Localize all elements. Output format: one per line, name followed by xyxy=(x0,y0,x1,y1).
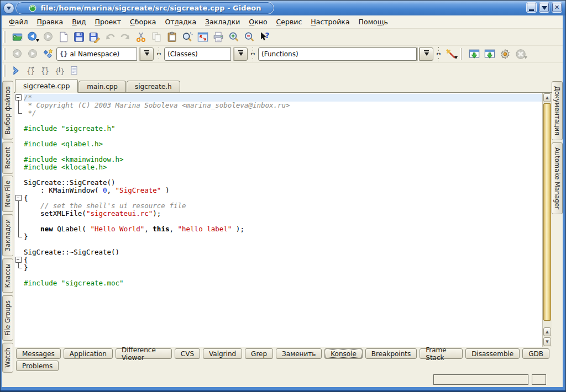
gear-icon[interactable] xyxy=(497,46,513,62)
namespace-combo-dropdown-button[interactable] xyxy=(140,47,154,61)
scroll-up-button-2[interactable]: ▲ xyxy=(543,327,551,336)
maximize-button[interactable] xyxy=(539,2,549,13)
brace-jump-icon[interactable]: {} xyxy=(53,64,67,77)
forward-icon[interactable] xyxy=(40,29,56,45)
bottom-tab-grep[interactable]: Grep xyxy=(245,348,273,359)
dock-tab-watch[interactable]: Watch xyxy=(2,343,13,373)
document-icon[interactable] xyxy=(67,64,81,77)
toolbar-grip[interactable] xyxy=(460,48,465,60)
classes-combo-entry[interactable]: (Classes) xyxy=(164,47,231,61)
dock-tab-documentation[interactable]: Документация xyxy=(552,81,563,140)
toolbar-grip[interactable] xyxy=(3,48,8,60)
redo-icon[interactable] xyxy=(118,29,133,45)
scrollbar-thumb[interactable] xyxy=(543,103,551,321)
bottom-tab-valgrind[interactable]: Valgrind xyxy=(203,348,242,359)
dock-tab-automake-manager[interactable]: Automake Manager xyxy=(552,142,563,214)
bottom-tab-problems[interactable]: Problems xyxy=(16,361,59,371)
cut-icon[interactable] xyxy=(133,29,149,45)
chevron-right-icon[interactable] xyxy=(9,64,24,77)
menu-help[interactable]: Помощь xyxy=(355,16,392,28)
bottom-tab-disassemble[interactable]: Disassemble xyxy=(465,348,520,359)
bottom-tab-application[interactable]: Application xyxy=(64,348,113,359)
stop-icon[interactable] xyxy=(513,46,528,62)
splitter-handle[interactable]: ↔ xyxy=(249,47,256,61)
new-file-icon[interactable] xyxy=(56,29,71,45)
menu-debug[interactable]: Отладка xyxy=(161,16,200,28)
menu-project[interactable]: Проект xyxy=(91,16,125,28)
fullscreen-icon[interactable] xyxy=(195,29,211,45)
classes-combo-dropdown-button[interactable] xyxy=(234,47,248,61)
functions-combo[interactable]: (Functions) xyxy=(258,47,433,61)
splitter-handle[interactable]: ↔ xyxy=(155,47,163,61)
splitter-handle[interactable]: ↔ xyxy=(435,47,442,61)
menu-window[interactable]: Окно xyxy=(245,16,271,28)
menu-file[interactable]: Файл xyxy=(5,16,32,28)
bottom-tab-frame-stack[interactable]: Frame Stack xyxy=(420,348,463,359)
build-target-icon[interactable] xyxy=(467,46,482,62)
dock-tab-bookmarks[interactable]: Закладки xyxy=(2,214,13,256)
toolbar-grip[interactable] xyxy=(3,65,8,77)
zoom-out-icon[interactable] xyxy=(242,29,257,45)
classes-combo[interactable]: (Classes) xyxy=(164,47,248,61)
bottom-tab-заменить[interactable]: Заменить xyxy=(276,348,322,359)
tab-sigcreate-cpp[interactable]: sigcreate.cpp xyxy=(15,79,78,93)
dock-tab-classes[interactable]: Классы xyxy=(2,258,13,293)
namespace-combo[interactable]: {}al Namespace) xyxy=(56,47,154,61)
copy-icon[interactable] xyxy=(149,29,164,45)
minimize-button[interactable] xyxy=(526,2,537,13)
fold-marker[interactable] xyxy=(14,194,24,202)
dock-tab-recent[interactable]: Recent xyxy=(2,142,13,174)
bottom-tab-cvs[interactable]: CVS xyxy=(175,348,200,359)
code-text: new QLabel( "Hello World", this, "hello … xyxy=(24,225,542,233)
back-icon[interactable] xyxy=(25,29,40,45)
find-icon[interactable] xyxy=(180,29,195,45)
close-button[interactable]: ✕ xyxy=(552,2,562,13)
menu-settings[interactable]: Настройка xyxy=(307,16,353,28)
code-editor[interactable]: /* * Copyright (C) 2003 Marina Soboleva … xyxy=(14,93,542,347)
toolbar-grip[interactable] xyxy=(3,31,8,43)
save-icon[interactable] xyxy=(71,29,87,45)
bottom-tab-gdb[interactable]: GDB xyxy=(522,348,549,359)
bottom-tab-difference-viewer[interactable]: Difference Viewer xyxy=(116,348,172,359)
classes-icon[interactable] xyxy=(40,46,56,62)
menu-tools[interactable]: Сервис xyxy=(272,16,306,28)
vertical-scrollbar[interactable]: ▲ ▲ ▼ xyxy=(542,93,552,347)
code-text: * Copyright (C) 2003 Marina Soboleva <ma… xyxy=(24,102,542,109)
dock-tab-file-selector[interactable]: Выбор файлов xyxy=(2,81,13,140)
menu-view[interactable]: Вид xyxy=(68,16,90,28)
menu-build[interactable]: Сборка xyxy=(126,16,160,28)
dock-tab-new-file[interactable]: New File xyxy=(2,176,13,212)
print-icon[interactable] xyxy=(211,29,226,45)
undo-icon[interactable] xyxy=(102,29,118,45)
zoom-in-icon[interactable] xyxy=(226,29,242,45)
menu-bookmarks[interactable]: Закладки xyxy=(201,16,244,28)
rebuild-icon[interactable] xyxy=(482,46,497,62)
functions-combo-dropdown-button[interactable] xyxy=(420,47,433,61)
whats-this-icon[interactable]: ? xyxy=(257,29,272,45)
save-as-icon[interactable] xyxy=(87,29,102,45)
fold-marker[interactable] xyxy=(14,94,24,102)
open-project-icon[interactable] xyxy=(9,29,25,45)
nav-forward-icon[interactable] xyxy=(25,46,40,62)
titlebar[interactable]: file:/home/marina/sigcreate/src/sigcreat… xyxy=(1,1,565,15)
scrollbar-track[interactable] xyxy=(543,103,551,327)
window-buttons: ✕ xyxy=(526,2,562,13)
tab-main-cpp[interactable]: main.cpp xyxy=(78,81,126,92)
window-menu-button[interactable] xyxy=(3,3,14,14)
scroll-up-button[interactable]: ▲ xyxy=(543,93,551,102)
bottom-tab-konsole[interactable]: Konsole xyxy=(324,348,363,359)
brace-next-icon[interactable]: {} xyxy=(38,64,53,77)
dock-tab-file-groups[interactable]: File Groups xyxy=(2,295,13,341)
bottom-tab-breakpoints[interactable]: Breakpoints xyxy=(365,348,417,359)
bottom-tab-messages[interactable]: Messages xyxy=(16,348,61,359)
scroll-down-button[interactable]: ▼ xyxy=(543,337,551,346)
menu-edit[interactable]: Правка xyxy=(33,16,67,28)
tab-sigcreate-h[interactable]: sigcreate.h xyxy=(127,81,180,92)
wand-icon[interactable] xyxy=(443,46,459,62)
namespace-combo-entry[interactable]: {}al Namespace) xyxy=(56,47,137,61)
brace-prev-icon[interactable]: {} xyxy=(24,64,38,77)
nav-back-icon[interactable] xyxy=(9,46,25,62)
paste-icon[interactable] xyxy=(164,29,180,45)
fold-marker[interactable] xyxy=(14,256,24,264)
functions-combo-entry[interactable]: (Functions) xyxy=(258,47,417,61)
